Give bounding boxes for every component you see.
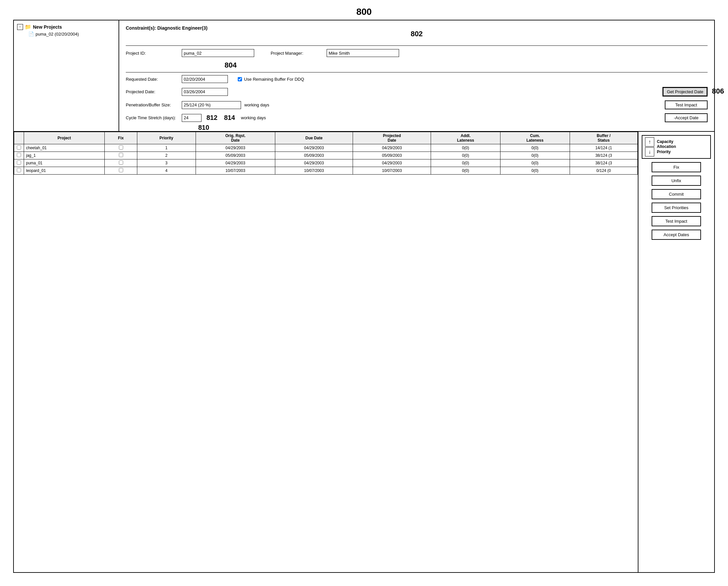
row4-due-date: 10/07/2003: [275, 167, 353, 175]
row3-cum: 0(0): [500, 159, 570, 167]
row3-addl: 0(0): [431, 159, 500, 167]
row4-checkbox-cell: [14, 167, 24, 175]
capacity-arrows: ↑ ↓: [645, 137, 654, 156]
project-id-row: Project ID: Project Manager:: [126, 49, 708, 57]
row4-project: leopard_01: [24, 167, 105, 175]
row3-fix: [105, 159, 137, 167]
capacity-allocation-box: ↑ ↓ Capacity Allocation Priority: [642, 135, 711, 159]
capacity-label: Capacity Allocation Priority: [657, 139, 676, 155]
get-projected-date-button[interactable]: Get Projected Date: [662, 87, 708, 97]
label-806: 806: [712, 87, 724, 96]
tree-panel: − 📁 New Projects 📄 puma_02 (02/20/2004): [14, 20, 119, 131]
col-header-cum: Cum.Lateness: [500, 132, 570, 144]
projected-date-row: Projected Date: Get Projected Date 806: [126, 87, 708, 97]
row1-checkbox-cell: [14, 144, 24, 152]
row3-due-date: 04/29/2003: [275, 159, 353, 167]
col-header-orig-date: Orig. Rqst.Date: [196, 132, 275, 144]
unfix-button[interactable]: Unfix: [652, 176, 701, 186]
row3-checkbox-cell: [14, 159, 24, 167]
tree-root-label: New Projects: [33, 24, 62, 30]
row4-addl: 0(0): [431, 167, 500, 175]
up-arrow-icon: ↑: [648, 139, 651, 145]
row4-proj-date: 10/07/2003: [353, 167, 431, 175]
accept-date-button[interactable]: -Accept Date: [665, 113, 708, 122]
top-section: − 📁 New Projects 📄 puma_02 (02/20/2004) …: [14, 20, 714, 132]
row1-addl: 0(0): [431, 144, 500, 152]
table-row: puma_01 3 04/29/2003 04/29/2003 04/29/20…: [14, 159, 638, 167]
row2-buffer: 38/124 (3: [570, 152, 638, 159]
row4-fix: [105, 167, 137, 175]
cycle-time-label: Cycle Time Stretch (days):: [126, 115, 179, 120]
label-810: 810: [198, 124, 209, 131]
project-manager-input[interactable]: [327, 49, 399, 57]
right-panel: ↑ ↓ Capacity Allocation Priority Fix Unf…: [639, 132, 714, 572]
use-buffer-label: Use Remaining Buffer For DDQ: [244, 77, 304, 82]
col-header-due-date: Due Date: [275, 132, 353, 144]
row4-buffer: 0/124 (0: [570, 167, 638, 175]
row2-checkbox[interactable]: [17, 153, 21, 157]
table-area: Project Fix Priority Orig. Rqst.Date Due…: [14, 132, 639, 572]
row4-orig-date: 10/07/2003: [196, 167, 275, 175]
row2-checkbox-cell: [14, 152, 24, 159]
row2-priority: 2: [137, 152, 196, 159]
projected-date-input[interactable]: [182, 88, 228, 96]
tree-child[interactable]: 📄 puma_02 (02/20/2004): [27, 31, 115, 36]
table-row: cheetah_01 1 04/29/2003 04/29/2003 04/29…: [14, 144, 638, 152]
row1-cum: 0(0): [500, 144, 570, 152]
col-header-proj-date: ProjectedDate: [353, 132, 431, 144]
down-arrow-icon: ↓: [648, 149, 651, 155]
tree-folder-icon: 📁: [25, 24, 31, 30]
fix-button[interactable]: Fix: [652, 162, 701, 172]
row3-checkbox[interactable]: [17, 160, 21, 165]
working-days-1: working days: [244, 102, 269, 107]
col-header-buffer: Buffer /Status: [570, 132, 638, 144]
col-header-addl: Addl.Lateness: [431, 132, 500, 144]
row1-buffer: 14/124 (1: [570, 144, 638, 152]
set-priorities-button[interactable]: Set Priorities: [652, 203, 701, 213]
row3-proj-date: 04/29/2003: [353, 159, 431, 167]
tree-child-icon: 📄: [28, 31, 34, 36]
project-id-input[interactable]: [182, 49, 254, 57]
test-impact-button-bottom[interactable]: Test Impact: [652, 216, 701, 226]
row1-project: cheetah_01: [24, 144, 105, 152]
row1-priority: 1: [137, 144, 196, 152]
projects-table: Project Fix Priority Orig. Rqst.Date Due…: [14, 132, 638, 175]
row2-fix: [105, 152, 137, 159]
priority-down-button[interactable]: ↓: [645, 147, 654, 156]
row1-orig-date: 04/29/2003: [196, 144, 275, 152]
project-manager-label: Project Manager:: [271, 51, 323, 56]
page-label-800: 800: [356, 7, 372, 17]
row4-priority: 4: [137, 167, 196, 175]
table-row: leopard_01 4 10/07/2003 10/07/2003 10/07…: [14, 167, 638, 175]
col-header-checkbox: [14, 132, 24, 144]
row1-proj-date: 04/29/2003: [353, 144, 431, 152]
label-816: 816: [625, 132, 637, 134]
requested-date-input[interactable]: [182, 75, 228, 83]
penetration-row: Penetration/Buffer Size: working days Te…: [126, 100, 708, 109]
row3-fix-checkbox[interactable]: [119, 160, 123, 165]
expand-icon[interactable]: −: [17, 24, 23, 30]
row4-checkbox[interactable]: [17, 168, 21, 172]
tree-root[interactable]: − 📁 New Projects: [17, 24, 115, 30]
row3-orig-date: 04/29/2003: [196, 159, 275, 167]
penetration-label: Penetration/Buffer Size:: [126, 102, 179, 107]
row2-fix-checkbox[interactable]: [119, 153, 123, 157]
row2-orig-date: 05/09/2003: [196, 152, 275, 159]
row1-fix-checkbox[interactable]: [119, 145, 123, 150]
row1-fix: [105, 144, 137, 152]
row4-cum: 0(0): [500, 167, 570, 175]
col-header-fix: Fix: [105, 132, 137, 144]
row1-checkbox[interactable]: [17, 145, 21, 150]
use-buffer-row: Use Remaining Buffer For DDQ: [238, 77, 304, 82]
cycle-time-input[interactable]: [182, 114, 202, 122]
penetration-input[interactable]: [182, 101, 241, 109]
priority-up-button[interactable]: ↑: [645, 137, 654, 147]
tree-child-label: puma_02 (02/20/2004): [35, 32, 79, 36]
row3-project: puma_01: [24, 159, 105, 167]
accept-dates-button[interactable]: Accept Dates: [652, 230, 701, 240]
row4-fix-checkbox[interactable]: [119, 168, 123, 172]
form-panel: Constraint(s): Diagnostic Engineer(3) 80…: [119, 20, 714, 131]
test-impact-button-top[interactable]: Test Impact: [665, 100, 708, 109]
use-buffer-checkbox[interactable]: [238, 77, 242, 81]
commit-button[interactable]: Commit: [652, 189, 701, 199]
